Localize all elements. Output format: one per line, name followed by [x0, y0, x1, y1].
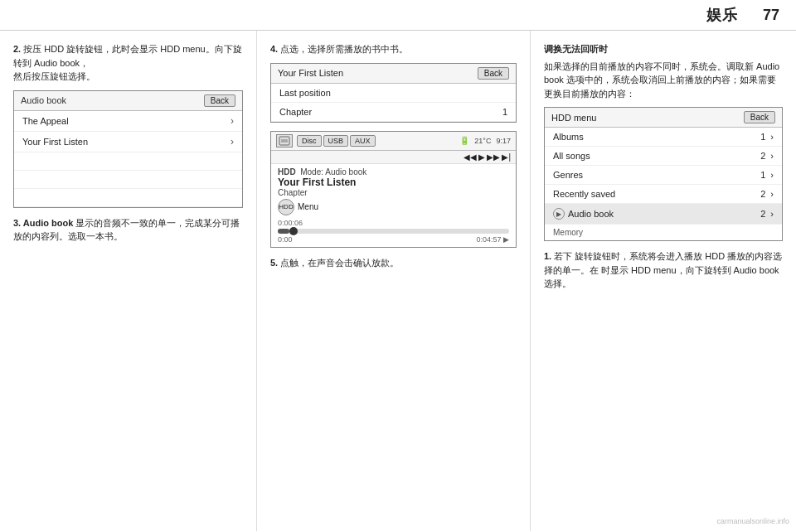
chevron-icon: › [770, 170, 774, 180]
audiobook-box-title: Audio book [21, 95, 66, 105]
yfl-ui-box: Your First Listen Back Last position Cha… [270, 63, 517, 123]
tab-usb[interactable]: USB [323, 135, 349, 147]
allsongs-label: All songs [553, 151, 590, 161]
chevron-icon: › [770, 189, 774, 199]
chevron-icon: › [231, 136, 234, 148]
yfl-title: Your First Listen [278, 68, 343, 78]
skip-icon[interactable]: ▶| [502, 152, 511, 162]
tab-disc[interactable]: Disc [297, 135, 322, 147]
fastforward-icon[interactable]: ▶▶ [487, 152, 500, 162]
hdd-row-allsongs[interactable]: All songs 2 › [545, 147, 782, 166]
right-column: 调换无法回听时 如果选择的目前播放的内容不同时，系统会。调取新 Audio bo… [531, 31, 796, 531]
step5-text: 5. 点触，在声音会击确认放款。 [270, 256, 517, 270]
genres-label: Genres [553, 170, 583, 180]
player-tabs: Disc USB AUX [297, 135, 376, 147]
menu-label[interactable]: Menu [298, 202, 318, 211]
step3-text: 3. Audio book 显示的音频不一致的单一，完成某分可播放的内容列。选取… [13, 216, 243, 244]
audiobook-ui-box: Audio book Back The Appeal › Your First … [13, 90, 243, 208]
allsongs-value: 2 [760, 151, 765, 161]
audiobook-back-button[interactable]: Back [204, 94, 235, 107]
audiobook-empty-row-2 [14, 171, 242, 189]
player-topbar: Disc USB AUX 🔋 21°C 9:17 [271, 132, 516, 151]
end-time: 0:04:57 ▶ [476, 235, 509, 244]
right-note-title: 调换无法回听时 [544, 42, 783, 56]
chevron-icon: › [770, 151, 774, 161]
audiobook-row-appeal[interactable]: The Appeal › [14, 111, 242, 132]
step1-right-text: 1. 若下 旋转旋钮时，系统将会进入播放 HDD 播放的内容选择的单一。在 时显… [544, 249, 783, 291]
yfl-box-header: Your First Listen Back [271, 64, 516, 84]
hdd-menu-ui-box: HDD menu Back Albums 1 › All songs 2 › [544, 107, 783, 241]
header-title: 娱乐 [706, 5, 738, 25]
mid-column: 4. 点选，选择所需播放的书中书。 Your First Listen Back… [257, 31, 531, 531]
hdd-box-header: HDD menu Back [545, 108, 782, 128]
chevron-icon: › [770, 209, 774, 219]
hdd-menu-button[interactable]: HDD [278, 199, 294, 215]
player-progress: 0:00:06 0:00 0:04:57 ▶ [278, 219, 509, 244]
progress-end-times: 0:00 0:04:57 ▶ [278, 235, 509, 244]
audiobook-empty-row-1 [14, 152, 242, 171]
hdd-row-albums[interactable]: Albums 1 › [545, 128, 782, 147]
hdd-icon [276, 134, 293, 148]
player-chapter: Chapter [278, 188, 509, 197]
genres-value: 1 [760, 170, 765, 180]
audiobook-row-yfl[interactable]: Your First Listen › [14, 132, 242, 152]
audiobook-appeal-label: The Appeal [22, 116, 69, 126]
hdd-audiobook-right: 2 › [760, 209, 774, 219]
hdd-row-audiobook[interactable]: ▶ Audio book 2 › [545, 204, 782, 225]
progress-times: 0:00:06 [278, 219, 509, 227]
yfl-last-position-row: Last position [271, 84, 516, 103]
progress-bar[interactable] [278, 229, 509, 234]
player-main-area: HDD Mode: Audio book Your First Listen C… [271, 164, 516, 247]
hdd-menu-title: HDD menu [551, 113, 596, 123]
hdd-row-genres[interactable]: Genres 1 › [545, 166, 782, 185]
audiobook-hdd-value: 2 [760, 209, 765, 219]
temperature: 21°C [474, 137, 491, 145]
chevron-icon: › [231, 115, 234, 127]
hdd-recently-left: Recently saved [553, 189, 615, 199]
player-track-name: Your First Listen [278, 177, 509, 188]
audiobook-box-header: Audio book Back [14, 91, 242, 111]
progress-knob[interactable] [289, 227, 298, 235]
tab-aux[interactable]: AUX [350, 135, 376, 147]
hdd-memory-row: Memory [545, 225, 782, 240]
right-note-text: 如果选择的目前播放的内容不同时，系统会。调取新 Audio book 选项中的，… [544, 60, 783, 101]
hdd-genres-right: 1 › [760, 170, 774, 180]
rewind-icon[interactable]: ◀◀ [464, 152, 477, 162]
hdd-allsongs-left: All songs [553, 151, 590, 161]
yfl-back-button[interactable]: Back [478, 67, 509, 80]
hdd-recently-right: 2 › [760, 189, 774, 199]
last-position-label: Last position [279, 88, 331, 98]
yfl-chapter-row: Chapter 1 [271, 103, 516, 122]
hdd-allsongs-right: 2 › [760, 151, 774, 161]
hdd-audiobook-left: ▶ Audio book [553, 208, 614, 220]
player-mode: HDD Mode: Audio book [278, 167, 509, 177]
left-column: 2. 按压 HDD 旋转旋钮，此时会显示 HDD menu。向下旋转到 Audi… [0, 31, 257, 531]
step4-text: 4. 点选，选择所需播放的书中书。 [270, 42, 517, 56]
hdd-row-recently-saved[interactable]: Recently saved 2 › [545, 185, 782, 204]
chevron-icon: › [770, 132, 774, 142]
playback-controls[interactable]: ◀◀ ▶ ▶▶ ▶| [464, 152, 511, 162]
recently-saved-value: 2 [760, 189, 765, 199]
hdd-albums-left: Albums [553, 132, 584, 142]
page-header: 娱乐 77 [0, 0, 796, 31]
current-time: 0:00:06 [278, 219, 303, 227]
watermark: carmanualsonline.info [716, 517, 789, 525]
battery-icon: 🔋 [459, 136, 469, 145]
hdd-back-button[interactable]: Back [744, 111, 775, 123]
player-ui-box: Disc USB AUX 🔋 21°C 9:17 ◀◀ ▶ ▶▶ ▶| [270, 131, 517, 248]
albums-value: 1 [760, 132, 765, 142]
albums-label: Albums [553, 132, 584, 142]
svg-rect-1 [281, 139, 288, 143]
audiobook-empty-row-3 [14, 189, 242, 207]
progress-fill [278, 229, 289, 234]
audiobook-yfl-label: Your First Listen [22, 137, 88, 147]
chapter-value: 1 [502, 107, 507, 117]
header-page: 77 [763, 7, 779, 24]
audiobook-hdd-label: Audio book [568, 209, 614, 219]
start-time: 0:00 [278, 235, 293, 244]
hdd-genres-left: Genres [553, 170, 583, 180]
main-content: 2. 按压 HDD 旋转旋钮，此时会显示 HDD menu。向下旋转到 Audi… [0, 31, 796, 531]
play-icon[interactable]: ▶ [478, 152, 485, 162]
audiobook-selector-icon: ▶ [553, 208, 565, 220]
memory-label: Memory [553, 228, 583, 237]
